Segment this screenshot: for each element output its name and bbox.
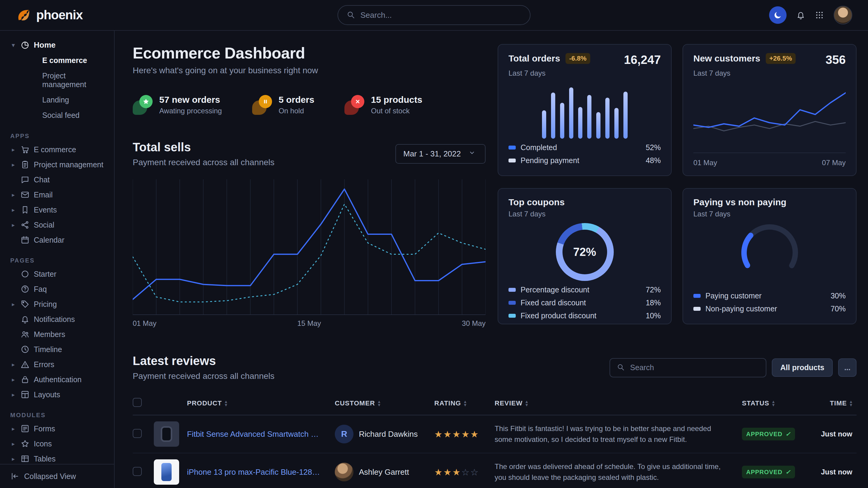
table-icon [21,454,30,463]
table-header: PRODUCT ▴▾ CUSTOMER ▴▾ RATING ▴▾ REVIEW … [133,394,857,415]
caret-right-icon: ▸ [10,425,16,432]
customer-avatar [335,463,353,481]
stat-caption: Awating processing [159,107,222,115]
sort-icon: ▴▾ [850,400,852,406]
apps-grid-icon [815,10,824,20]
column-header-product[interactable]: PRODUCT ▴▾ [187,399,335,407]
column-header-customer[interactable]: CUSTOMER ▴▾ [335,399,434,407]
sidebar-item-email[interactable]: ▸Email [8,187,105,202]
new-customers-card: New customers +26.5% 356 Last 7 days 01 … [683,44,857,176]
column-header-status[interactable]: STATUS ▴▾ [742,399,811,407]
global-search[interactable] [338,5,530,25]
sidebar-item-timeline[interactable]: Timeline [8,342,105,357]
product-link[interactable]: Fitbit Sense Advanced Smartwatch with To… [187,429,335,439]
row-checkbox[interactable] [133,467,142,476]
sidebar-section-modules: MODULES [10,412,104,419]
sidebar-item-tables[interactable]: ▸Tables [8,451,105,464]
sidebar-item-starter[interactable]: Starter [8,266,105,282]
stat-item-1: 5 ordersOn hold [252,95,314,115]
page-title: Ecommerce Dashboard [133,44,486,62]
sidebar-item-chat[interactable]: Chat [8,172,105,187]
all-products-button[interactable]: All products [772,358,833,377]
caret-right-icon: ▸ [10,206,16,214]
notifications-button[interactable] [796,10,805,20]
total-sells-title: Total sells [133,140,275,154]
stat-item-2: 15 productsOut of stock [344,95,422,115]
caret-right-icon: ▸ [10,441,16,447]
paying-card: Paying vs non paying Last 7 days Paying … [683,188,857,324]
product-image[interactable] [154,421,179,447]
caret-right-icon: ▸ [10,301,16,308]
brand[interactable]: phoenix [16,7,83,23]
column-header-review[interactable]: REVIEW ▴▾ [495,399,742,407]
theme-toggle-button[interactable] [769,6,786,24]
pause-icon [259,95,272,108]
clipboard-icon [21,160,30,169]
sidebar-item-layouts[interactable]: ▸Layouts [8,387,105,402]
sidebar-item-landing[interactable]: Landing [8,92,105,108]
product-image[interactable] [154,459,179,485]
stat-caption: On hold [279,107,314,115]
sidebar-item-events[interactable]: ▸Events [8,202,105,217]
sidebar-section-apps: APPS [10,133,104,139]
total-orders-badge: -6.8% [565,53,590,64]
letter-avatar: R [335,425,353,444]
reviews-search-input[interactable] [630,363,759,372]
stat-value: 5 orders [279,95,314,105]
sidebar-item-authentication[interactable]: ▸Authentication [8,372,105,387]
share-icon [21,220,30,229]
sidebar-item-icons[interactable]: ▸Icons [8,436,105,451]
phoenix-logo-icon [16,7,32,23]
sidebar-item-faq[interactable]: Faq [8,282,105,297]
reviews-subtitle: Payment received across all channels [133,371,275,381]
sidebar-item-members[interactable]: Members [8,327,105,342]
card-title: Total orders [508,53,560,64]
stat-caption: Out of stock [371,107,422,115]
status-badge: APPROVED ✓ [742,428,795,441]
search-icon [617,363,626,372]
column-header-rating[interactable]: RATING ▴▾ [434,399,495,407]
sidebar-item-e-commerce[interactable]: ▸E commerce [8,142,105,157]
review-text: The order was delivered ahead of schedul… [495,461,742,483]
legend-item: Pending payment48% [508,154,661,167]
caret-right-icon: ▸ [10,222,16,228]
legend-chip [508,159,516,162]
sidebar-item-errors[interactable]: ▸Errors [8,357,105,372]
chevron-down-icon [469,150,478,159]
legend-chip [508,314,516,318]
sidebar-item-social[interactable]: ▸Social [8,217,105,232]
product-link[interactable]: iPhone 13 pro max-Pacific Blue-128GB sto… [187,467,335,477]
sidebar-item-e-commerce[interactable]: E commerce [8,53,105,68]
coupons-legend: Percentage discount72%Fixed card discoun… [508,283,661,322]
sidebar-item-calendar[interactable]: Calendar [8,232,105,248]
sidebar-item-home[interactable]: ▾ Home [8,37,105,53]
apps-menu-button[interactable] [815,10,824,20]
sidebar-item-project-management[interactable]: ▸Project management [8,157,105,172]
sidebar-item-pricing[interactable]: ▸Pricing [8,297,105,312]
reviews-search[interactable] [610,358,766,378]
sidebar-item-project-management[interactable]: Project management [8,68,105,92]
legend-chip [693,307,701,311]
orders-legend: Completed52%Pending payment48% [508,141,661,167]
x-axis-labels: 01 May 15 May 30 May [133,319,486,328]
user-avatar[interactable] [834,6,852,24]
total-orders-card: Total orders -6.8% 16,247 Last 7 days Co… [498,44,672,176]
chat-icon [21,175,30,184]
coupons-donut-chart: 72% [556,223,614,281]
more-options-button[interactable]: ... [838,358,857,377]
sidebar-item-notifications[interactable]: Notifications [8,312,105,327]
paying-gauge-chart [734,223,806,273]
sidebar-item-forms[interactable]: ▸Forms [8,421,105,436]
row-checkbox[interactable] [133,429,142,438]
date-range-select[interactable]: Mar 1 - 31, 2022 [395,144,486,164]
top-coupons-card: Top coupons Last 7 days 72% Percentage d… [498,188,672,324]
caret-right-icon: ▸ [10,161,16,168]
card-period: Last 7 days [693,210,846,218]
select-all-checkbox[interactable] [133,398,142,407]
x-tick: 01 May [133,319,157,328]
review-text: This Fitbit is fantastic! I was trying t… [495,423,742,445]
global-search-input[interactable] [361,10,522,20]
sidebar-item-social-feed[interactable]: Social feed [8,108,105,123]
collapse-sidebar-button[interactable]: Collapsed View [0,464,114,488]
column-header-time[interactable]: TIME ▴▾ [830,399,857,407]
